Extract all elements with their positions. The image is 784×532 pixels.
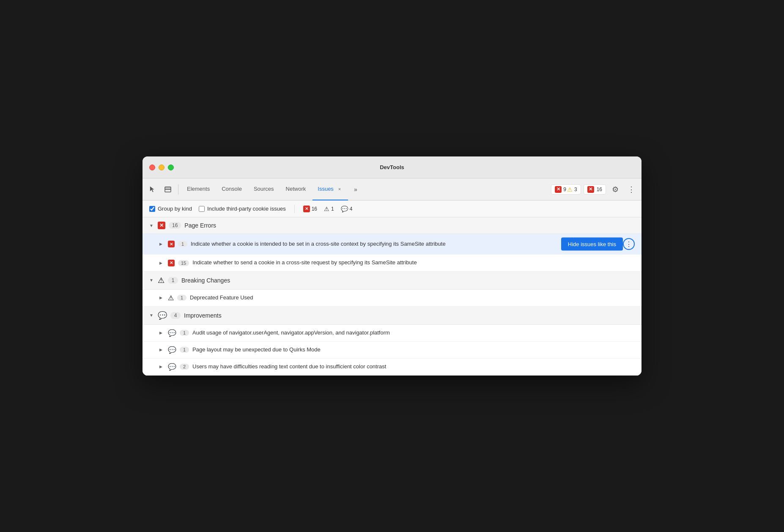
issue-info-icon-1: 💬 <box>168 329 176 337</box>
third-party-checkbox[interactable] <box>199 206 205 212</box>
section-breaking-changes-title: Breaking Changes <box>181 277 230 284</box>
issue-count-6: 2 <box>180 364 189 370</box>
tab-issues-close[interactable]: × <box>336 186 343 192</box>
svg-rect-1 <box>165 187 171 189</box>
warning-icon: ⚠ <box>567 186 573 193</box>
titlebar: DevTools <box>143 156 641 178</box>
issue-text-6: Users may have difficulties reading text… <box>192 363 635 370</box>
filter-improvement-icon: 💬 <box>341 206 348 212</box>
issue-text-2: Indicate whether to send a cookie in a c… <box>192 259 635 266</box>
issue-more-options-button-1[interactable]: ⋮ <box>623 238 635 250</box>
section-page-errors[interactable]: ▼ ✕ 16 Page Errors <box>143 217 641 234</box>
issue-info-icon-3: 💬 <box>168 363 176 371</box>
section-page-errors-count: 16 <box>169 222 181 229</box>
issue-count-1: 1 <box>178 241 187 247</box>
toolbar-right: ✕ 9 ⚠ 3 ✕ 16 ⚙ ⋮ <box>551 183 638 196</box>
section-improvements-title: Improvements <box>184 312 222 319</box>
issue-quirks-mode[interactable]: ▶ 💬 1 Page layout may be unexpected due … <box>143 342 641 359</box>
issue-text-1: Indicate whether a cookie is intended to… <box>191 240 620 248</box>
issue-deprecated-feature[interactable]: ▶ ⚠ 1 Deprecated Feature Used <box>143 290 641 307</box>
section-improvements-icon: 💬 <box>158 311 167 320</box>
issue-chevron-6: ▶ <box>159 365 164 369</box>
issue-chevron-1: ▶ <box>159 242 164 246</box>
section-improvements-count: 4 <box>170 312 181 319</box>
filter-divider <box>294 205 295 213</box>
issues-content: ▼ ✕ 16 Page Errors ▶ ✕ 1 Indicate whethe… <box>143 217 641 375</box>
traffic-lights <box>149 165 174 170</box>
error-icon: ✕ <box>555 186 562 193</box>
issue-chevron-2: ▶ <box>159 261 164 265</box>
devtools-window: DevTools Elements Console Sources <box>143 156 641 375</box>
toolbar: Elements Console Sources Network Issues … <box>143 178 641 200</box>
tab-issues[interactable]: Issues × <box>313 178 348 200</box>
filter-error-icon: ✕ <box>303 206 310 212</box>
tab-network[interactable]: Network <box>281 178 311 200</box>
section-page-errors-title: Page Errors <box>184 222 216 229</box>
issue-color-contrast[interactable]: ▶ 💬 2 Users may have difficulties readin… <box>143 359 641 376</box>
group-by-kind-checkbox[interactable] <box>149 206 155 212</box>
hide-issues-tooltip[interactable]: Hide issues like this <box>561 238 623 251</box>
toolbar-divider <box>178 184 178 195</box>
issues-error-icon: ✕ <box>587 186 594 193</box>
section-improvements-chevron: ▼ <box>149 313 154 318</box>
issue-count-4: 1 <box>180 330 189 336</box>
settings-button[interactable]: ⚙ <box>609 183 622 196</box>
section-improvements[interactable]: ▼ 💬 4 Improvements <box>143 307 641 325</box>
error-warning-badge[interactable]: ✕ 9 ⚠ 3 <box>551 184 581 195</box>
minimize-button[interactable] <box>159 165 164 170</box>
issue-navigator-useragent[interactable]: ▶ 💬 1 Audit usage of navigator.userAgent… <box>143 325 641 342</box>
third-party-label[interactable]: Include third-party cookie issues <box>199 206 286 212</box>
filter-improvement-badge[interactable]: 💬 4 <box>341 206 353 212</box>
issue-text-3: Deprecated Feature Used <box>190 294 635 302</box>
issue-info-icon-2: 💬 <box>168 346 176 354</box>
issue-chevron-4: ▶ <box>159 331 164 335</box>
cursor-tool-button[interactable] <box>146 183 159 196</box>
filterbar: Group by kind Include third-party cookie… <box>143 200 641 217</box>
issue-warning-icon-1: ⚠ <box>168 294 174 302</box>
section-breaking-changes-chevron: ▼ <box>149 278 154 282</box>
group-by-kind-label[interactable]: Group by kind <box>149 206 192 212</box>
section-breaking-changes-icon: ⚠ <box>158 276 164 285</box>
maximize-button[interactable] <box>168 165 174 170</box>
issue-error-icon-1: ✕ <box>168 241 175 247</box>
issue-text-4: Audit usage of navigator.userAgent, navi… <box>192 329 635 337</box>
issue-cookie-samesite-set[interactable]: ▶ ✕ 1 Indicate whether a cookie is inten… <box>143 234 641 255</box>
dock-button[interactable] <box>161 183 175 196</box>
issue-count-5: 1 <box>180 347 189 353</box>
close-button[interactable] <box>149 165 155 170</box>
section-breaking-changes-count: 1 <box>168 277 178 284</box>
filter-warning-badge[interactable]: ⚠ 1 <box>324 206 334 212</box>
filter-warning-icon: ⚠ <box>324 206 329 212</box>
window-title: DevTools <box>380 164 404 170</box>
tab-sources[interactable]: Sources <box>249 178 279 200</box>
issue-error-icon-2: ✕ <box>168 260 175 266</box>
section-page-errors-icon: ✕ <box>158 222 165 229</box>
filter-error-badge[interactable]: ✕ 16 <box>303 206 317 212</box>
more-tabs-button[interactable]: » <box>350 184 362 195</box>
more-options-button[interactable]: ⋮ <box>625 183 638 196</box>
section-breaking-changes[interactable]: ▼ ⚠ 1 Breaking Changes <box>143 271 641 290</box>
tab-elements[interactable]: Elements <box>182 178 215 200</box>
tab-console[interactable]: Console <box>217 178 247 200</box>
issues-badge[interactable]: ✕ 16 <box>584 184 606 195</box>
issue-chevron-3: ▶ <box>159 296 164 300</box>
issue-cookie-samesite-send[interactable]: ▶ ✕ 15 Indicate whether to send a cookie… <box>143 255 641 271</box>
issue-chevron-5: ▶ <box>159 348 164 352</box>
issue-count-3: 1 <box>177 295 186 301</box>
section-page-errors-chevron: ▼ <box>149 223 154 228</box>
issue-count-2: 15 <box>178 260 189 266</box>
issue-text-5: Page layout may be unexpected due to Qui… <box>192 346 635 354</box>
